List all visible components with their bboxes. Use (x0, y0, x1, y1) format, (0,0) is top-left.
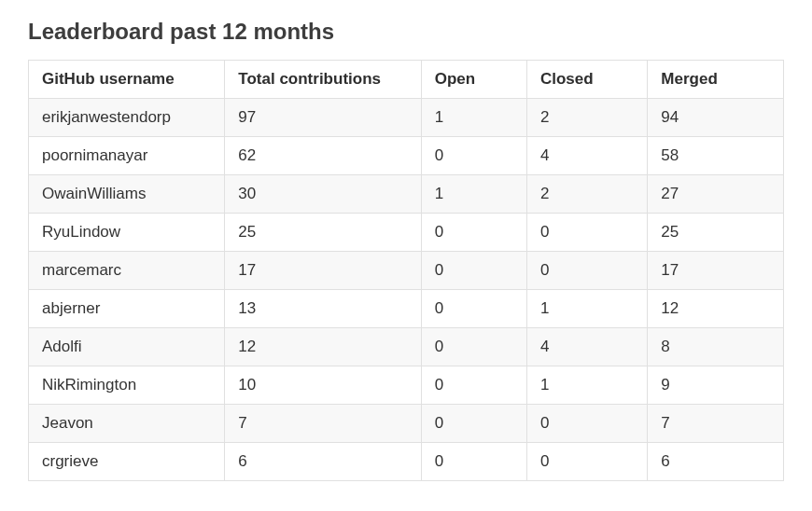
cell-open: 0 (421, 366, 526, 405)
cell-username: OwainWilliams (29, 175, 225, 214)
table-row: erikjanwestendorp 97 1 2 94 (29, 99, 784, 137)
cell-open: 0 (421, 137, 526, 175)
cell-username: poornimanayar (29, 137, 225, 175)
cell-open: 1 (421, 99, 526, 137)
cell-closed: 1 (526, 290, 647, 328)
cell-open: 0 (421, 252, 526, 290)
table-row: Adolfi 12 0 4 8 (29, 328, 784, 366)
cell-total: 97 (225, 99, 421, 137)
cell-username: Adolfi (29, 328, 225, 366)
table-row: RyuLindow 25 0 0 25 (29, 214, 784, 252)
col-header-username: GitHub username (29, 61, 225, 99)
cell-closed: 0 (526, 252, 647, 290)
leaderboard-title: Leaderboard past 12 months (28, 19, 784, 45)
table-row: crgrieve 6 0 0 6 (29, 443, 784, 481)
table-row: NikRimington 10 0 1 9 (29, 366, 784, 405)
leaderboard-table: GitHub username Total contributions Open… (28, 60, 784, 481)
cell-total: 30 (225, 175, 421, 214)
table-header-row: GitHub username Total contributions Open… (29, 61, 784, 99)
cell-closed: 0 (526, 443, 647, 481)
cell-total: 12 (225, 328, 421, 366)
cell-username: NikRimington (29, 366, 225, 405)
col-header-merged: Merged (648, 61, 784, 99)
cell-closed: 0 (526, 214, 647, 252)
cell-merged: 9 (648, 366, 784, 405)
cell-open: 0 (421, 405, 526, 443)
cell-merged: 7 (648, 405, 784, 443)
cell-total: 25 (225, 214, 421, 252)
cell-open: 0 (421, 214, 526, 252)
cell-total: 6 (225, 443, 421, 481)
cell-total: 62 (225, 137, 421, 175)
cell-merged: 27 (648, 175, 784, 214)
cell-open: 0 (421, 328, 526, 366)
table-body: erikjanwestendorp 97 1 2 94 poornimanaya… (29, 99, 784, 481)
cell-merged: 17 (648, 252, 784, 290)
cell-open: 0 (421, 443, 526, 481)
cell-username: erikjanwestendorp (29, 99, 225, 137)
cell-merged: 8 (648, 328, 784, 366)
cell-merged: 58 (648, 137, 784, 175)
table-row: Jeavon 7 0 0 7 (29, 405, 784, 443)
table-row: abjerner 13 0 1 12 (29, 290, 784, 328)
col-header-total: Total contributions (225, 61, 421, 99)
cell-closed: 4 (526, 137, 647, 175)
cell-username: RyuLindow (29, 214, 225, 252)
cell-username: marcemarc (29, 252, 225, 290)
table-row: OwainWilliams 30 1 2 27 (29, 175, 784, 214)
cell-merged: 6 (648, 443, 784, 481)
cell-username: abjerner (29, 290, 225, 328)
cell-closed: 2 (526, 99, 647, 137)
cell-merged: 94 (648, 99, 784, 137)
cell-closed: 4 (526, 328, 647, 366)
cell-total: 10 (225, 366, 421, 405)
cell-username: crgrieve (29, 443, 225, 481)
cell-total: 13 (225, 290, 421, 328)
cell-closed: 0 (526, 405, 647, 443)
cell-open: 1 (421, 175, 526, 214)
table-row: poornimanayar 62 0 4 58 (29, 137, 784, 175)
cell-closed: 2 (526, 175, 647, 214)
cell-merged: 25 (648, 214, 784, 252)
cell-total: 17 (225, 252, 421, 290)
col-header-closed: Closed (526, 61, 647, 99)
table-row: marcemarc 17 0 0 17 (29, 252, 784, 290)
cell-merged: 12 (648, 290, 784, 328)
cell-total: 7 (225, 405, 421, 443)
cell-open: 0 (421, 290, 526, 328)
cell-closed: 1 (526, 366, 647, 405)
col-header-open: Open (421, 61, 526, 99)
cell-username: Jeavon (29, 405, 225, 443)
